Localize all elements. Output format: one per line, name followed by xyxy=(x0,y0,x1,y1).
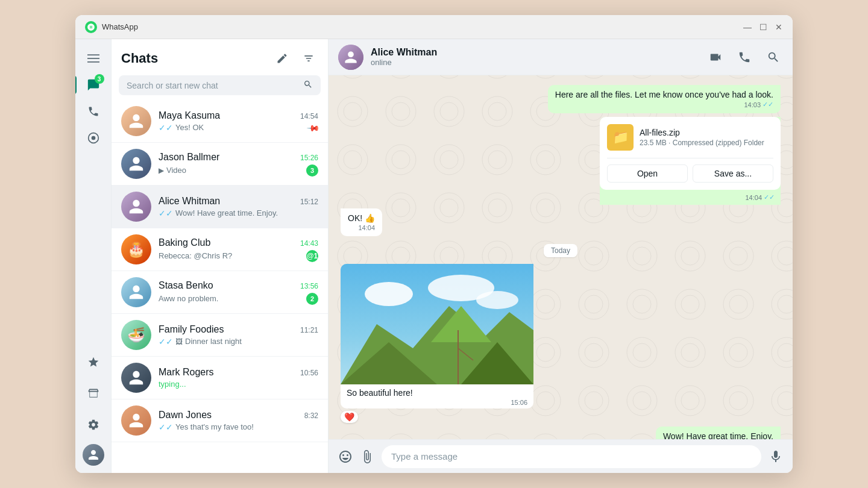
zip-file-icon: 📁 xyxy=(607,124,634,151)
chat-info-top-jason: Jason Ballmer 15:26 xyxy=(159,152,318,163)
chat-item-alice[interactable]: Alice Whitman 15:12 ✓✓ Wow! Have great t… xyxy=(112,186,328,228)
open-file-button[interactable]: Open xyxy=(607,164,688,183)
chat-info-maya: Maya Kasuma 14:54 ✓✓ Yes! OK 📌 xyxy=(159,110,318,133)
chat-info-top-baking: Baking Club 14:43 xyxy=(159,237,318,248)
file-actions: Open Save as... xyxy=(607,158,773,183)
chat-preview-maya: ✓✓ Yes! OK xyxy=(159,123,204,133)
photo-image xyxy=(341,264,533,384)
chat-preview-stasa: Aww no problem. xyxy=(159,294,218,303)
message-input[interactable] xyxy=(382,445,761,468)
avatar-alice xyxy=(121,192,151,222)
avatar-stasa xyxy=(121,277,151,307)
chat-info-top-stasa: Stasa Benko 13:56 xyxy=(159,280,318,291)
chat-item-mark[interactable]: Mark Rogers 10:56 typing... xyxy=(112,357,328,399)
sidebar-bottom xyxy=(81,350,105,466)
chat-time-maya: 14:54 xyxy=(300,112,318,120)
sidebar-chats-icon[interactable]: 3 xyxy=(81,73,105,97)
main-content: 3 xyxy=(75,39,793,473)
avatar-family: 🍜 xyxy=(121,320,151,350)
reaction-heart[interactable]: ❤️ xyxy=(341,411,358,423)
bubble-out-3: Wow! Have great time. Enjoy. 15:12 ✓✓ xyxy=(656,427,781,439)
message-text-1: Here are all the files. Let me know once… xyxy=(555,90,773,99)
sidebar-starred-icon[interactable] xyxy=(81,350,105,374)
microphone-button[interactable] xyxy=(769,449,783,464)
messages-area: Here are all the files. Let me know once… xyxy=(329,75,793,439)
chat-name-maya: Maya Kasuma xyxy=(159,110,220,121)
video-call-button[interactable] xyxy=(706,48,725,67)
chat-window: Alice Whitman online xyxy=(329,39,793,473)
search-input-wrap[interactable] xyxy=(119,75,321,95)
chat-info-alice: Alice Whitman 15:12 ✓✓ Wow! Have great t… xyxy=(159,196,318,218)
sidebar-calls-icon[interactable] xyxy=(81,99,105,124)
chat-time-family: 11:21 xyxy=(300,326,318,334)
chat-item-dawn[interactable]: Dawn Jones 8:32 ✓✓ Yes that's my fave to… xyxy=(112,399,328,442)
save-as-button[interactable]: Save as... xyxy=(693,164,773,183)
message-in-1: OK! 👍 14:04 xyxy=(341,208,382,236)
attach-button[interactable] xyxy=(360,449,374,464)
maximize-button[interactable]: ☐ xyxy=(759,23,767,31)
user-avatar[interactable] xyxy=(83,444,104,466)
app-window: WhatsApp — ☐ ✕ 3 xyxy=(75,15,793,473)
message-out-1: Here are all the files. Let me know once… xyxy=(548,85,781,113)
chat-header-avatar[interactable] xyxy=(338,45,363,70)
search-chat-button[interactable] xyxy=(764,48,783,67)
close-button[interactable]: ✕ xyxy=(775,23,783,31)
pin-icon-maya: 📌 xyxy=(306,120,320,134)
chat-info-dawn: Dawn Jones 8:32 ✓✓ Yes that's my fave to… xyxy=(159,410,318,432)
chat-preview-dawn: ✓✓ Yes that's my fave too! xyxy=(159,422,254,432)
sidebar-status-icon[interactable] xyxy=(81,126,105,150)
message-text-3: Wow! Have great time. Enjoy. xyxy=(663,431,773,439)
ticks-dawn: ✓✓ xyxy=(159,422,173,432)
chat-list-header-icons xyxy=(272,49,318,68)
chat-info-bottom-baking: Rebecca: @Chris R? @1 xyxy=(159,250,318,262)
chat-info-family: Family Foodies 11:21 ✓✓ 🖼 Dinner last ni… xyxy=(159,324,318,346)
chat-list-header: Chats xyxy=(112,39,328,73)
image-preview-icon: 🖼 xyxy=(175,337,183,346)
chat-header-actions xyxy=(706,48,783,67)
chat-item-baking[interactable]: 🎂 Baking Club 14:43 Rebecca: @Chris R? @… xyxy=(112,228,328,271)
chat-name-baking: Baking Club xyxy=(159,237,210,248)
chat-info-bottom-family: ✓✓ 🖼 Dinner last night xyxy=(159,337,318,346)
photo-caption-area: So beautiful here! 15:06 xyxy=(341,384,533,408)
avatar-baking: 🎂 xyxy=(121,234,151,264)
chat-name-family: Family Foodies xyxy=(159,324,224,335)
file-info: All-files.zip 23.5 MB · Compressed (zipp… xyxy=(640,128,764,147)
photo-bubble: So beautiful here! 15:06 xyxy=(341,264,533,408)
chat-list-title: Chats xyxy=(121,51,158,66)
chat-preview-family: ✓✓ 🖼 Dinner last night xyxy=(159,337,242,346)
sidebar-settings-icon[interactable] xyxy=(81,413,105,437)
chat-header: Alice Whitman online xyxy=(329,39,793,75)
file-name: All-files.zip xyxy=(640,128,764,137)
new-chat-button[interactable] xyxy=(272,49,292,68)
file-meta: 23.5 MB · Compressed (zipped) Folder xyxy=(640,139,764,147)
voice-call-button[interactable] xyxy=(735,48,754,67)
search-input[interactable] xyxy=(127,81,303,90)
date-divider-text: Today xyxy=(544,244,577,257)
bubble-out-1: Here are all the files. Let me know once… xyxy=(548,85,781,113)
filter-button[interactable] xyxy=(299,49,318,68)
chat-header-info[interactable]: Alice Whitman online xyxy=(371,47,699,67)
chat-item-maya[interactable]: Maya Kasuma 14:54 ✓✓ Yes! OK 📌 xyxy=(112,100,328,143)
chat-preview-baking: Rebecca: @Chris R? xyxy=(159,251,232,260)
minimize-button[interactable]: — xyxy=(743,23,752,31)
date-divider: Today xyxy=(341,245,781,255)
active-indicator xyxy=(75,76,77,94)
chat-item-jason[interactable]: Jason Ballmer 15:26 ▶ Video 3 xyxy=(112,143,328,186)
chat-item-stasa[interactable]: Stasa Benko 13:56 Aww no problem. 2 xyxy=(112,271,328,314)
chat-time-alice: 15:12 xyxy=(300,198,318,206)
sidebar-archive-icon[interactable] xyxy=(81,381,105,405)
app-logo xyxy=(85,21,97,33)
message-text-in-1: OK! 👍 xyxy=(348,213,375,223)
chat-info-bottom-stasa: Aww no problem. 2 xyxy=(159,293,318,305)
chat-item-family[interactable]: 🍜 Family Foodies 11:21 ✓✓ 🖼 Dinner last … xyxy=(112,314,328,357)
chat-items: Maya Kasuma 14:54 ✓✓ Yes! OK 📌 xyxy=(112,100,328,473)
emoji-button[interactable] xyxy=(338,449,353,464)
ticks-family: ✓✓ xyxy=(159,337,173,346)
chat-name-jason: Jason Ballmer xyxy=(159,152,219,163)
svg-rect-0 xyxy=(87,54,99,55)
chat-time-stasa: 13:56 xyxy=(300,282,318,290)
badge-jason: 3 xyxy=(306,164,318,177)
sidebar-menu-icon[interactable] xyxy=(81,46,105,70)
avatar-jason xyxy=(121,149,151,179)
file-row: 📁 All-files.zip 23.5 MB · Compressed (zi… xyxy=(607,124,773,151)
